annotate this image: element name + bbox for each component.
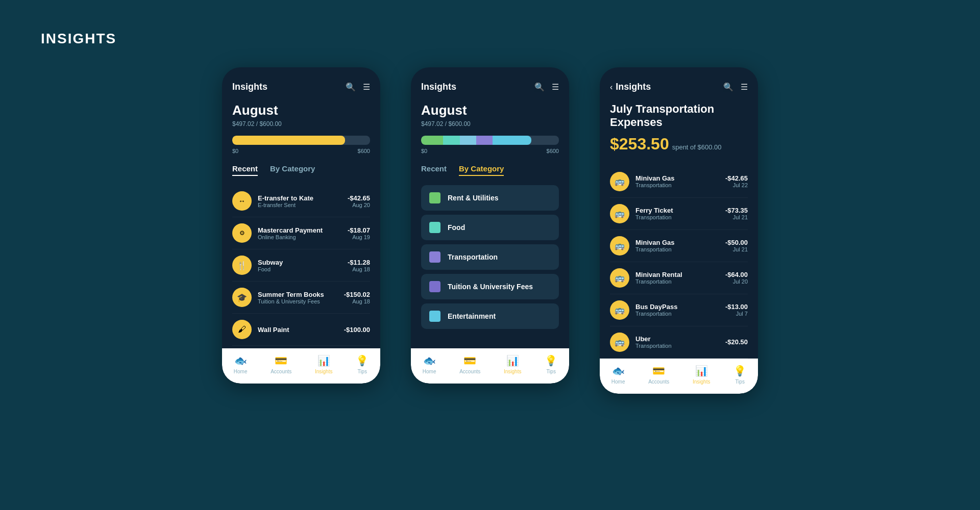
nav-insights[interactable]: 📊 Insights bbox=[315, 354, 332, 374]
phone2-progress-labels: $0 $600 bbox=[421, 148, 559, 154]
phone2-month: August bbox=[421, 103, 559, 118]
phones-row: Insights 🔍 ☰ August $497.02 / $600.00 $0… bbox=[41, 67, 939, 394]
nav-home[interactable]: 🐟 Home bbox=[611, 365, 625, 385]
insights-icon: 📊 bbox=[317, 354, 330, 367]
category-label: Entertainment bbox=[448, 312, 496, 320]
phone-2: Insights 🔍 ☰ August $497.02 / $600.00 $0… bbox=[411, 67, 569, 384]
tab-by-category[interactable]: By Category bbox=[459, 164, 504, 176]
search-icon[interactable]: 🔍 bbox=[534, 82, 545, 92]
list-item[interactable]: Food bbox=[421, 215, 559, 240]
tx-amount: -$64.00 bbox=[725, 271, 748, 278]
home-icon: 🐟 bbox=[612, 365, 625, 377]
menu-icon[interactable]: ☰ bbox=[552, 82, 559, 92]
table-row: 🎓 Summer Term Books Tuition & University… bbox=[232, 282, 370, 314]
tx-name: E-transfer to Kate bbox=[258, 194, 341, 202]
phone2-header: Insights 🔍 ☰ bbox=[421, 82, 559, 92]
tx-icon-ferry: 🚌 bbox=[610, 204, 629, 223]
tx-date: Jul 21 bbox=[725, 214, 748, 220]
table-row: ⚙ Mastercard Payment Online Banking -$18… bbox=[232, 217, 370, 249]
tx-name: Uber bbox=[635, 335, 719, 343]
home-icon: 🐟 bbox=[234, 354, 247, 367]
tx-cat: Food bbox=[258, 266, 341, 272]
phone1-nav: 🐟 Home 💳 Accounts 📊 Insights 💡 Tips bbox=[222, 348, 380, 384]
category-color bbox=[429, 281, 440, 292]
tx-cat: Transportation bbox=[635, 343, 719, 349]
category-color bbox=[429, 251, 440, 263]
tx-amount: -$73.35 bbox=[725, 207, 748, 214]
list-item[interactable]: Entertainment bbox=[421, 303, 559, 329]
phone2-nav: 🐟 Home 💳 Accounts 📊 Insights 💡 Tips bbox=[411, 348, 569, 384]
nav-accounts[interactable]: 💳 Accounts bbox=[271, 354, 291, 374]
table-row: ↔ E-transfer to Kate E-transfer Sent -$4… bbox=[232, 185, 370, 217]
list-item[interactable]: Transportation bbox=[421, 244, 559, 270]
tab-recent[interactable]: Recent bbox=[421, 164, 447, 176]
tx-date: Jul 21 bbox=[725, 246, 748, 252]
expense-amount: $253.50 bbox=[610, 135, 669, 154]
tx-name: Minivan Gas bbox=[635, 239, 719, 246]
phone2-label-left: $0 bbox=[421, 148, 427, 154]
phone1-header-icons: 🔍 ☰ bbox=[346, 82, 370, 92]
tx-date: Jul 20 bbox=[725, 278, 748, 285]
expense-title: July Transportation Expenses bbox=[610, 103, 748, 130]
nav-tips-label: Tips bbox=[546, 369, 556, 374]
tx-amount: -$42.65 bbox=[725, 174, 748, 182]
nav-insights-label: Insights bbox=[315, 369, 332, 374]
back-button[interactable]: ‹ bbox=[610, 83, 612, 92]
tx-icon-etransfer: ↔ bbox=[232, 191, 252, 211]
tx-amount: -$18.07 bbox=[348, 226, 370, 234]
nav-home-label: Home bbox=[611, 379, 625, 385]
category-label: Transportation bbox=[448, 253, 498, 261]
search-icon[interactable]: 🔍 bbox=[346, 82, 356, 92]
table-row: 🚌 Bus DayPass Transportation -$13.00 Jul… bbox=[610, 294, 748, 326]
nav-insights[interactable]: 📊 Insights bbox=[693, 365, 710, 385]
phone1-progress-fill bbox=[232, 136, 345, 145]
nav-home[interactable]: 🐟 Home bbox=[423, 354, 436, 374]
tx-name: Summer Term Books bbox=[258, 291, 338, 298]
nav-home[interactable]: 🐟 Home bbox=[234, 354, 248, 374]
tx-name: Minivan Rental bbox=[635, 271, 719, 278]
insights-icon: 📊 bbox=[695, 365, 708, 377]
tx-amount: -$150.02 bbox=[344, 291, 370, 298]
nav-accounts[interactable]: 💳 Accounts bbox=[648, 365, 669, 385]
home-icon: 🐟 bbox=[423, 354, 436, 367]
nav-accounts-label: Accounts bbox=[271, 369, 291, 374]
list-item[interactable]: Rent & Utilities bbox=[421, 185, 559, 211]
tx-cat: Tuition & University Fees bbox=[258, 298, 338, 304]
accounts-icon: 💳 bbox=[652, 365, 665, 377]
tx-date: Aug 20 bbox=[348, 202, 370, 208]
tx-amount: -$20.50 bbox=[725, 338, 748, 346]
phone2-progress-bar bbox=[421, 136, 559, 145]
search-icon[interactable]: 🔍 bbox=[723, 82, 733, 92]
tx-name: Subway bbox=[258, 259, 341, 266]
expense-spent: spent of $600.00 bbox=[672, 143, 722, 151]
nav-tips[interactable]: 💡 Tips bbox=[545, 354, 557, 374]
insights-icon: 📊 bbox=[506, 354, 519, 367]
phone1-title: Insights bbox=[232, 82, 267, 92]
phone2-subtitle: $497.02 / $600.00 bbox=[421, 120, 559, 128]
phone3-header: ‹ Insights 🔍 ☰ bbox=[610, 82, 748, 92]
table-row: 🚌 Minivan Rental Transportation -$64.00 … bbox=[610, 262, 748, 294]
tx-icon-bus2: 🚌 bbox=[610, 300, 629, 320]
tx-date: Aug 19 bbox=[348, 234, 370, 240]
list-item[interactable]: Tuition & University Fees bbox=[421, 274, 559, 299]
tab-by-category[interactable]: By Category bbox=[270, 164, 315, 176]
tx-cat: Transportation bbox=[635, 311, 719, 317]
table-row: 🚌 Minivan Gas Transportation -$50.00 Jul… bbox=[610, 230, 748, 262]
nav-insights-label: Insights bbox=[504, 369, 521, 374]
tx-name: Wall Paint bbox=[258, 326, 338, 334]
tab-recent[interactable]: Recent bbox=[232, 164, 258, 176]
nav-accounts[interactable]: 💳 Accounts bbox=[459, 354, 480, 374]
nav-tips[interactable]: 💡 Tips bbox=[733, 365, 746, 385]
nav-tips-label: Tips bbox=[357, 369, 367, 374]
tx-name: Bus DayPass bbox=[635, 303, 719, 311]
tx-cat: Online Banking bbox=[258, 234, 341, 240]
table-row: 🚌 Minivan Gas Transportation -$42.65 Jul… bbox=[610, 166, 748, 198]
menu-icon[interactable]: ☰ bbox=[363, 82, 370, 92]
nav-tips[interactable]: 💡 Tips bbox=[356, 354, 369, 374]
category-label: Food bbox=[448, 223, 465, 232]
tx-name: Mastercard Payment bbox=[258, 226, 341, 234]
tx-icon-rental: 🚌 bbox=[610, 268, 629, 288]
nav-insights[interactable]: 📊 Insights bbox=[504, 354, 521, 374]
menu-icon[interactable]: ☰ bbox=[741, 82, 748, 92]
phone1-progress-labels: $0 $600 bbox=[232, 148, 370, 154]
